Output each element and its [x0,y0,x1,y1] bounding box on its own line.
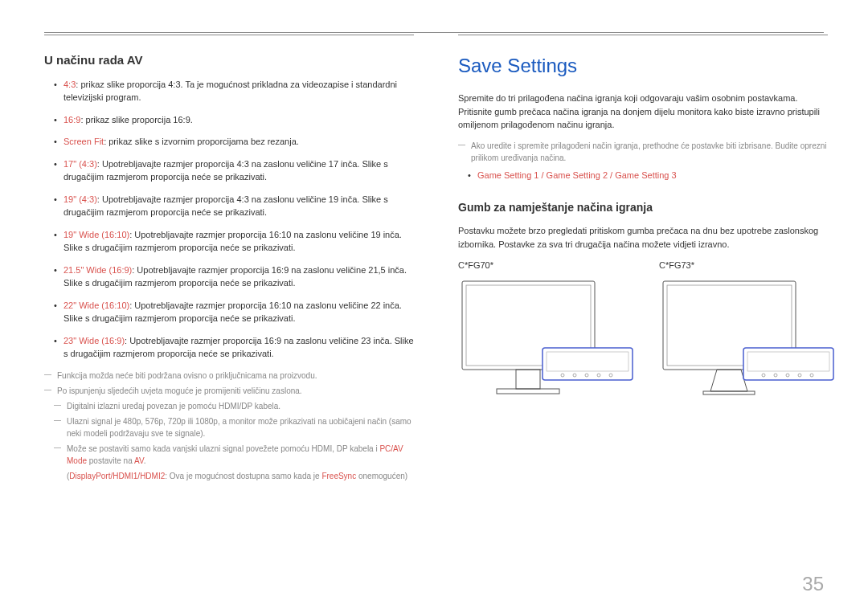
list-item: 19" Wide (16:10): Upotrebljavajte razmje… [54,228,414,255]
list-item: 23" Wide (16:9): Upotrebljavajte razmjer… [54,334,414,361]
game-settings-options: Game Setting 1 / Game Setting 2 / Game S… [477,170,677,180]
option-text: : prikaz slike s izvornim proporcijama b… [104,137,299,146]
sub-note: Može se postaviti samo kada vanjski ulaz… [54,443,414,482]
game-mode-button-text: Postavku možete brzo pregledati pritisko… [458,224,828,251]
option-label: 21.5" Wide (16:9) [63,265,132,275]
game-mode-button-heading: Gumb za namještanje načina igranja [458,199,828,216]
option-label: 22" Wide (16:10) [63,300,129,310]
monitor-label: C*FG73* [659,259,836,272]
right-column: Save Settings Spremite do tri prilagođen… [458,35,828,485]
note: Po ispunjenju sljedećih uvjeta moguće je… [44,385,414,397]
av-mode-list: 4:3: prikaz slike proporcija 4:3. Ta je … [44,78,414,361]
list-item: 21.5" Wide (16:9): Upotrebljavajte razmj… [54,264,414,290]
list-item: 17" (4:3): Upotrebljavajte razmjer propo… [54,157,414,184]
svg-rect-3 [497,389,559,394]
monitor-diagrams: C*FG70* C*FG73* [458,259,828,417]
option-text: : prikaz slike proporcija 16:9. [80,115,192,125]
save-settings-intro: Spremite do tri prilagođena načina igran… [458,92,828,132]
option-label: 19" (4:3) [63,194,97,204]
list-item: 4:3: prikaz slike proporcija 4:3. Ta je … [54,78,414,104]
option-label: 23" Wide (16:9) [63,336,125,345]
note: Ako uredite i spremite prilagođeni način… [458,140,828,164]
sub-note: Ulazni signal je 480p, 576p, 720p ili 10… [54,415,414,439]
option-text: : prikaz slike proporcija 4:3. Ta je mog… [63,80,397,103]
option-label: 17" (4:3) [63,159,97,169]
note-text: : Ova je mogućnost dostupna samo kada je [165,472,321,480]
game-settings-list: Game Setting 1 / Game Setting 2 / Game S… [458,169,828,182]
monitor-label: C*FG70* [458,259,635,272]
note-subline: (DisplayPort/HDMI1/HDMI2: Ova je mogućno… [67,470,414,482]
monitor-illustration-icon [659,277,836,414]
note-highlight: AV [134,456,144,465]
note: Funkcija možda neće biti podržana ovisno… [44,370,414,382]
option-label: 4:3 [63,80,76,89]
page-columns: U načinu rada AV 4:3: prikaz slike propo… [44,32,824,485]
note-highlight: FreeSync [321,472,356,480]
note-text: postavite na [87,456,134,465]
list-item: Game Setting 1 / Game Setting 2 / Game S… [468,169,828,182]
svg-rect-2 [516,370,540,389]
option-text: : Upotrebljavajte razmjer proporcija 4:3… [63,159,388,182]
monitor-cfg70: C*FG70* [458,259,635,417]
note-text: . [144,456,146,465]
note-highlight: DisplayPort/HDMI1/HDMI2 [69,472,165,480]
left-column: U načinu rada AV 4:3: prikaz slike propo… [44,35,414,485]
footnotes: Funkcija možda neće biti podržana ovisno… [44,370,414,482]
svg-rect-13 [703,391,755,394]
note-text: onemogućen) [356,472,407,480]
av-mode-heading: U načinu rada AV [44,51,414,70]
option-label: 16:9 [63,115,80,125]
save-settings-note: Ako uredite i spremite prilagođeni način… [458,140,828,164]
list-item: 22" Wide (16:10): Upotrebljavajte razmje… [54,299,414,325]
note-text: Može se postaviti samo kada vanjski ulaz… [67,444,379,453]
sub-note: Digitalni izlazni uređaj povezan je pomo… [54,400,414,412]
svg-rect-4 [542,348,633,380]
option-text: : Upotrebljavajte razmjer proporcija 4:3… [63,194,388,218]
option-label: Screen Fit [63,137,104,146]
list-item: 19" (4:3): Upotrebljavajte razmjer propo… [54,193,414,219]
monitor-cfg73: C*FG73* [659,259,836,417]
page-number: 35 [802,570,824,599]
list-item: 16:9: prikaz slike proporcija 16:9. [54,113,414,127]
svg-rect-14 [743,348,833,380]
save-settings-heading: Save Settings [458,51,828,80]
list-item: Screen Fit: prikaz slike s izvornim prop… [54,135,414,149]
monitor-illustration-icon [458,277,635,414]
option-label: 19" Wide (16:10) [63,230,129,239]
